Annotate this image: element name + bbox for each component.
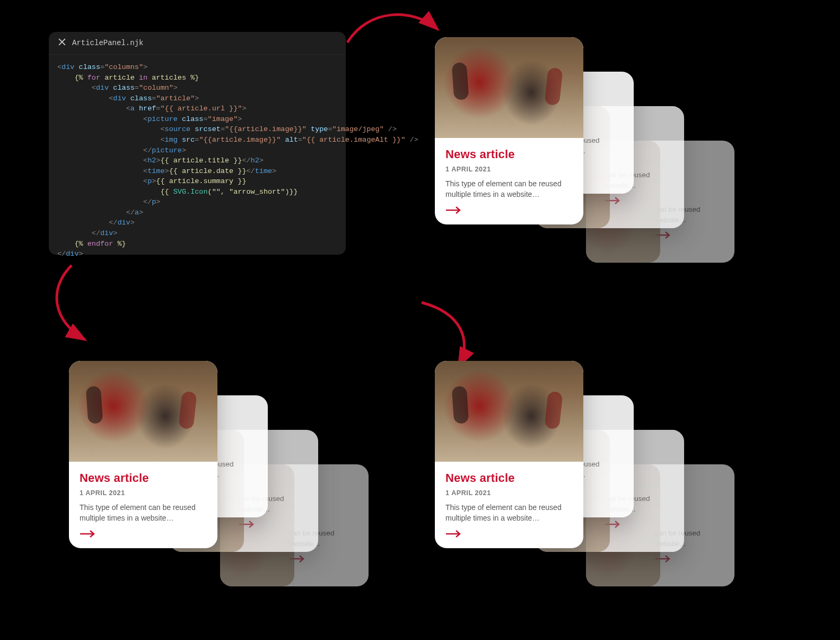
article-summary: This type of element can be reused multi… bbox=[80, 502, 207, 524]
card-stack: can be reused website…can be reused webs… bbox=[69, 361, 366, 640]
close-icon[interactable] bbox=[58, 38, 66, 48]
article-card[interactable]: News article1 APRIL 2021This type of ele… bbox=[435, 361, 583, 548]
arrow-short-icon[interactable] bbox=[445, 206, 573, 216]
arrow-short-icon[interactable] bbox=[80, 530, 207, 540]
code-body: <div class="columns"> {% for article in … bbox=[49, 55, 346, 269]
arrow-short-icon[interactable] bbox=[445, 530, 573, 540]
flow-arrow-icon bbox=[339, 5, 445, 53]
article-summary: This type of element can be reused multi… bbox=[445, 178, 573, 200]
card-stack: can be reused website…can be reused webs… bbox=[435, 37, 732, 334]
flow-arrow-icon bbox=[42, 260, 101, 345]
article-title: News article bbox=[445, 148, 573, 161]
code-editor: ArticlePanel.njk <div class="columns"> {… bbox=[49, 32, 346, 255]
article-image bbox=[435, 37, 583, 138]
arrow-short-icon[interactable] bbox=[597, 555, 724, 565]
article-date: 1 APRIL 2021 bbox=[80, 489, 207, 497]
article-date: 1 APRIL 2021 bbox=[445, 489, 573, 497]
article-date: 1 APRIL 2021 bbox=[445, 166, 573, 173]
article-card[interactable]: News article1 APRIL 2021This type of ele… bbox=[69, 361, 217, 548]
article-title: News article bbox=[445, 471, 573, 485]
article-image bbox=[435, 361, 583, 462]
article-card[interactable]: News article1 APRIL 2021This type of ele… bbox=[435, 37, 583, 224]
editor-tab[interactable]: ArticlePanel.njk bbox=[49, 32, 346, 55]
arrow-short-icon[interactable] bbox=[597, 231, 724, 241]
article-summary: This type of element can be reused multi… bbox=[445, 502, 573, 524]
card-stack: can be reused website…can be reused webs… bbox=[435, 361, 732, 640]
editor-filename: ArticlePanel.njk bbox=[72, 39, 143, 47]
article-image bbox=[69, 361, 217, 462]
arrow-short-icon[interactable] bbox=[231, 555, 358, 565]
article-title: News article bbox=[80, 471, 207, 485]
